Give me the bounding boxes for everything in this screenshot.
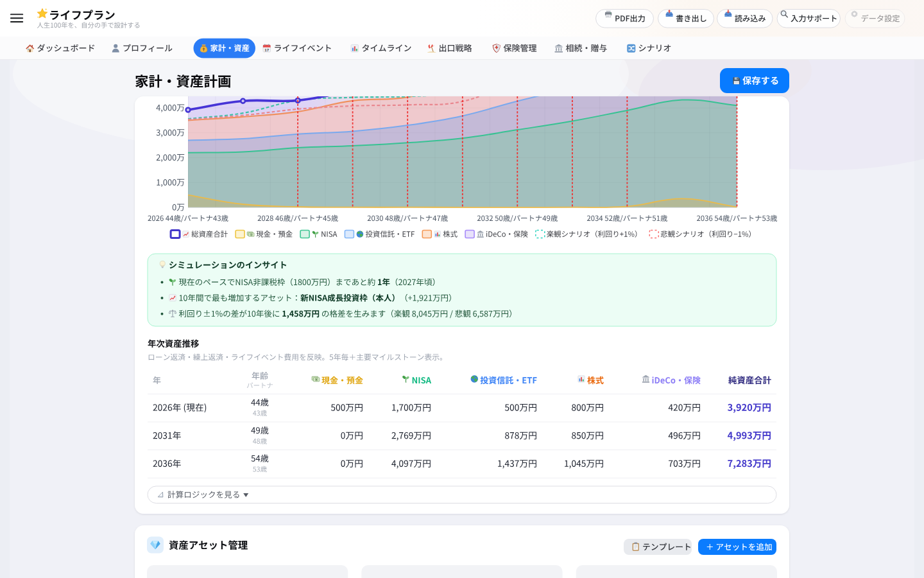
svg-text:17: 17 [264, 48, 269, 52]
